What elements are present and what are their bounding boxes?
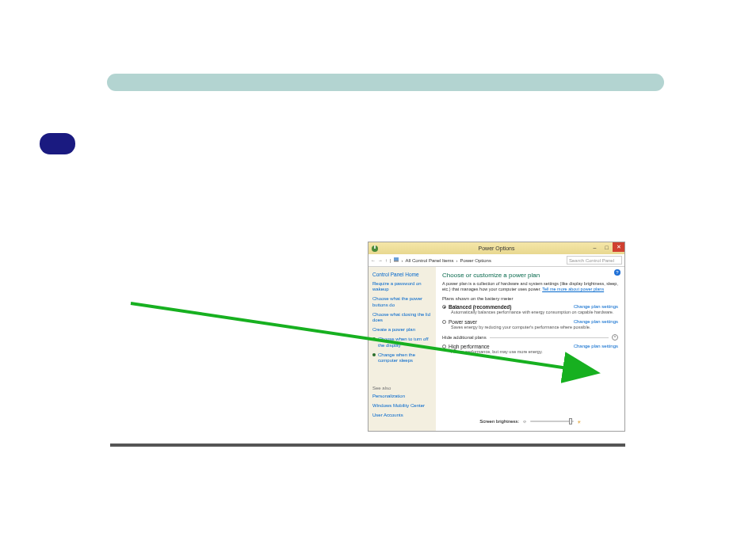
power-icon bbox=[371, 245, 379, 253]
power-plan-saver[interactable]: Power saver Saves energy by reducing you… bbox=[449, 319, 618, 329]
pill-badge bbox=[40, 133, 75, 154]
sidebar: Control Panel Home Require a password on… bbox=[368, 267, 436, 431]
brightness-slider[interactable] bbox=[530, 419, 574, 424]
change-plan-link[interactable]: Change plan settings bbox=[574, 344, 618, 348]
sidebar-item[interactable]: Require a password on wakeup bbox=[372, 281, 432, 292]
see-also-link[interactable]: Personalization bbox=[372, 394, 432, 399]
titlebar[interactable]: Power Options – □ ✕ bbox=[368, 242, 624, 254]
main-panel: ? Choose or customize a power plan A pow… bbox=[436, 267, 624, 431]
close-button[interactable]: ✕ bbox=[613, 242, 624, 252]
window-buttons: – □ ✕ bbox=[589, 242, 624, 252]
pc-icon bbox=[394, 257, 399, 263]
chevron-up-icon[interactable]: ^ bbox=[612, 334, 618, 341]
see-also-link[interactable]: User Accounts bbox=[372, 413, 432, 418]
brightness-label: Screen brightness: bbox=[479, 419, 519, 424]
page-description: A power plan is a collection of hardware… bbox=[442, 281, 618, 292]
see-also-label: See also bbox=[372, 386, 432, 390]
svg-rect-3 bbox=[394, 261, 399, 262]
section-label: Plans shown on the battery meter bbox=[442, 296, 618, 301]
svg-rect-2 bbox=[394, 257, 399, 261]
radio-icon[interactable] bbox=[442, 305, 446, 309]
radio-icon[interactable] bbox=[442, 320, 446, 324]
brightness-control: Screen brightness: ☼ ☀ bbox=[436, 414, 624, 428]
change-plan-link[interactable]: Change plan settings bbox=[574, 319, 618, 324]
breadcrumb-item[interactable]: All Control Panel Items bbox=[406, 258, 454, 263]
help-icon[interactable]: ? bbox=[614, 269, 620, 276]
see-also-link[interactable]: Windows Mobility Center bbox=[372, 403, 432, 409]
sidebar-item[interactable]: Choose what the power buttons do bbox=[372, 296, 432, 307]
control-panel-home-link[interactable]: Control Panel Home bbox=[372, 272, 432, 277]
up-button[interactable]: ↑ bbox=[385, 258, 388, 263]
forward-button[interactable]: → bbox=[378, 258, 383, 263]
change-plan-link[interactable]: Change plan settings bbox=[574, 304, 618, 309]
power-options-window: Power Options – □ ✕ ← → ↑ | › All Contro… bbox=[368, 242, 625, 432]
footer-divider bbox=[110, 444, 625, 447]
breadcrumb-item[interactable]: Power Options bbox=[460, 258, 491, 263]
radio-icon[interactable] bbox=[442, 345, 446, 348]
sidebar-item[interactable]: Choose when to turn off the display bbox=[372, 337, 432, 348]
header-bar bbox=[107, 74, 664, 91]
navbar: ← → ↑ | › All Control Panel Items › Powe… bbox=[368, 254, 624, 267]
sidebar-item[interactable]: Change when the computer sleeps bbox=[372, 352, 432, 364]
window-title: Power Options bbox=[479, 246, 515, 251]
page-heading: Choose or customize a power plan bbox=[442, 272, 618, 279]
power-plan-high-perf[interactable]: High performance Favors performance, but… bbox=[449, 344, 618, 354]
sun-dim-icon: ☼ bbox=[522, 419, 527, 424]
power-plan-balanced[interactable]: Balanced (recommended) Automatically bal… bbox=[449, 304, 618, 314]
back-button[interactable]: ← bbox=[371, 258, 376, 263]
sidebar-item[interactable]: Choose what closing the lid does bbox=[372, 312, 432, 323]
sidebar-item[interactable]: Create a power plan bbox=[372, 327, 432, 333]
minimize-button[interactable]: – bbox=[589, 242, 601, 252]
maximize-button[interactable]: □ bbox=[601, 242, 613, 252]
hide-plans-toggle[interactable]: Hide additional plans ^ bbox=[442, 334, 618, 341]
search-input[interactable]: Search Control Panel bbox=[567, 256, 622, 265]
learn-more-link[interactable]: Tell me more about power plans bbox=[542, 287, 604, 291]
svg-rect-1 bbox=[374, 246, 376, 249]
sun-bright-icon: ☀ bbox=[577, 419, 581, 424]
